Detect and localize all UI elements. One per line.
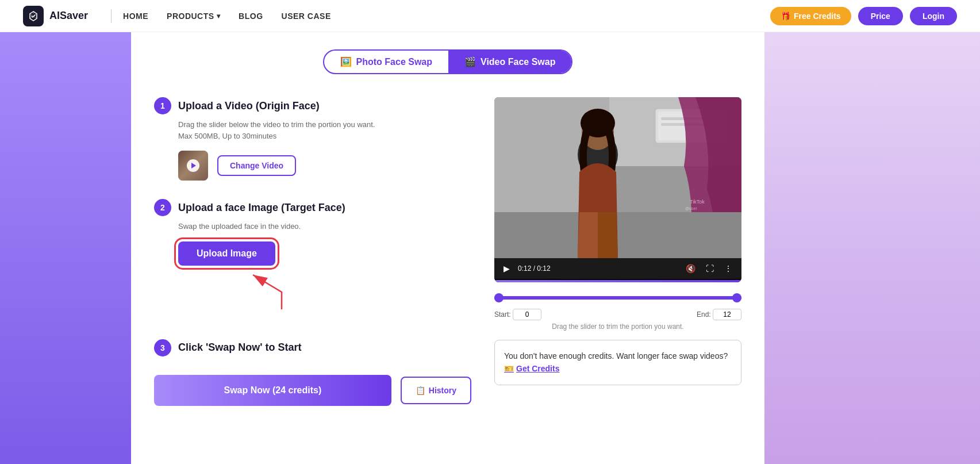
time-display: 0:12 / 0:12 (518, 264, 678, 273)
slider-labels: Start: End: (494, 309, 741, 320)
step1-title: Upload a Video (Origin Face) (178, 100, 320, 112)
header-right: 🎁 Free Credits Price Login (770, 7, 957, 25)
arrow-container (178, 275, 471, 321)
step1-block: 1 Upload a Video (Origin Face) Drag the … (154, 97, 471, 181)
video-person-svg: TikTok @user (494, 97, 741, 258)
login-button[interactable]: Login (910, 7, 957, 25)
left-sidebar (0, 32, 131, 464)
photo-icon: 🖼️ (340, 56, 352, 67)
upload-arrow-icon (247, 269, 316, 309)
svg-text:TikTok: TikTok (690, 199, 705, 205)
start-label-group: Start: (494, 309, 541, 320)
right-sidebar (764, 32, 980, 464)
step2-number: 2 (154, 199, 171, 216)
main-nav: HOME PRODUCTS ▾ BLOG USER CASE (123, 11, 331, 21)
tab-photo-face-swap[interactable]: 🖼️ Photo Face Swap (324, 51, 448, 73)
step1-number: 1 (154, 97, 171, 114)
page-wrapper: 🖼️ Photo Face Swap 🎬 Video Face Swap 1 U… (0, 32, 980, 464)
step1-header: 1 Upload a Video (Origin Face) (154, 97, 471, 114)
main-content: 🖼️ Photo Face Swap 🎬 Video Face Swap 1 U… (131, 32, 764, 464)
gift-icon: 🎁 (781, 11, 790, 21)
video-display: TikTok @user (494, 97, 741, 258)
progress-fill (494, 280, 741, 282)
nav-home[interactable]: HOME (123, 11, 148, 21)
price-button[interactable]: Price (858, 7, 903, 25)
step1-desc: Drag the slider below the video to trim … (178, 119, 471, 141)
mute-button[interactable]: 🔇 (683, 263, 698, 274)
logo-area: AISaver (23, 6, 88, 26)
logo-icon (23, 6, 44, 26)
trim-slider-container (494, 292, 741, 304)
svg-rect-7 (494, 212, 741, 258)
step3-header: 3 Click 'Swap Now' to Start (154, 339, 471, 356)
get-credits-link[interactable]: 🎫 Get Credits (504, 362, 559, 375)
nav-divider (111, 9, 112, 23)
trim-slider-track[interactable] (494, 296, 741, 300)
step2-block: 2 Upload a face Image (Target Face) Swap… (154, 199, 471, 321)
change-video-button[interactable]: Change Video (217, 155, 296, 176)
end-label-group: End: (697, 309, 741, 320)
header: AISaver HOME PRODUCTS ▾ BLOG USER CASE 🎁… (0, 0, 980, 32)
history-button[interactable]: 📋 History (401, 377, 471, 404)
play-triangle-icon (191, 163, 196, 168)
video-controls: ▶ 0:12 / 0:12 🔇 ⛶ ⋮ (494, 258, 741, 279)
video-row: Change Video (178, 151, 471, 181)
slider-left-thumb[interactable] (494, 293, 504, 302)
bottom-bar: Swap Now (24 credits) 📋 History (154, 375, 471, 406)
start-value-input[interactable] (513, 309, 541, 320)
nav-products[interactable]: PRODUCTS ▾ (167, 11, 220, 21)
chevron-down-icon: ▾ (217, 12, 221, 20)
slider-hint: Drag the slider to trim the portion you … (494, 323, 741, 331)
left-panel: 1 Upload a Video (Origin Face) Drag the … (154, 97, 471, 406)
step3-block: 3 Click 'Swap Now' to Start (154, 339, 471, 356)
swap-now-button[interactable]: Swap Now (24 credits) (154, 375, 391, 406)
credits-warning: You don't have enough credits. Want long… (494, 340, 741, 385)
nav-blog[interactable]: BLOG (239, 11, 263, 21)
free-credits-button[interactable]: 🎁 Free Credits (770, 7, 851, 25)
credits-icon: 🎫 (504, 362, 514, 375)
step2-desc: Swap the uploaded face in the video. (178, 221, 471, 232)
video-bg: TikTok @user (494, 97, 741, 258)
svg-text:@user: @user (685, 206, 697, 210)
play-button[interactable]: ▶ (501, 263, 512, 274)
nav-user-case[interactable]: USER CASE (282, 11, 331, 21)
history-icon: 📋 (416, 386, 425, 395)
upload-image-button[interactable]: Upload Image (178, 241, 275, 266)
video-player: TikTok @user ▶ 0:12 / 0:12 🔇 ⛶ ⋮ (494, 97, 741, 282)
step2-header: 2 Upload a face Image (Target Face) (154, 199, 471, 216)
step3-title: Click 'Swap Now' to Start (178, 342, 302, 354)
step2-title: Upload a face Image (Target Face) (178, 202, 345, 214)
logo-text: AISaver (49, 10, 88, 22)
content-area: 1 Upload a Video (Origin Face) Drag the … (154, 97, 741, 406)
right-panel: TikTok @user ▶ 0:12 / 0:12 🔇 ⛶ ⋮ (494, 97, 741, 406)
tab-video-face-swap[interactable]: 🎬 Video Face Swap (448, 51, 571, 73)
more-button[interactable]: ⋮ (722, 263, 735, 274)
video-thumbnail (178, 151, 208, 181)
play-circle (187, 159, 199, 172)
video-progress-bar[interactable] (494, 280, 741, 282)
step3-number: 3 (154, 339, 171, 356)
end-value-input[interactable] (713, 309, 741, 320)
fullscreen-button[interactable]: ⛶ (704, 263, 716, 274)
slider-right-thumb[interactable] (732, 293, 741, 302)
video-icon: 🎬 (464, 56, 476, 67)
tab-bar: 🖼️ Photo Face Swap 🎬 Video Face Swap (323, 49, 573, 74)
